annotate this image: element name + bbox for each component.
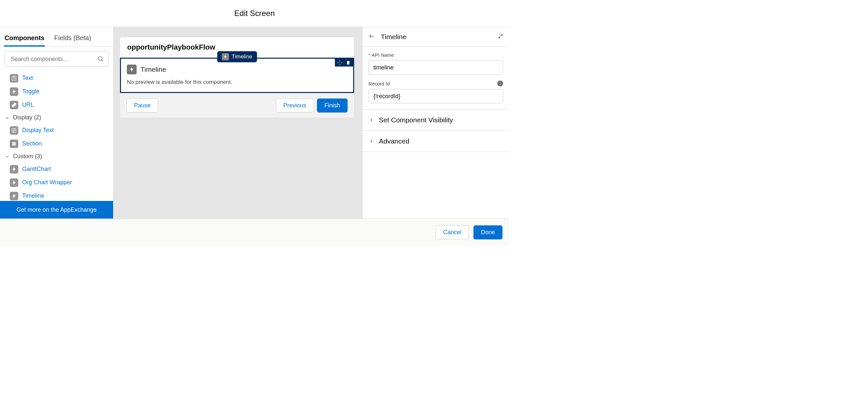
component-item-label: Toggle [22,88,39,95]
chevron-down-icon [5,115,10,120]
component-item-orgchart[interactable]: Org Chart Wrapper [0,176,113,189]
component-item-label: Timeline [22,193,44,199]
accordion-label: Set Component Visibility [379,116,453,124]
move-handle[interactable] [336,59,343,66]
appexchange-banner[interactable]: Get more on the AppExchange [0,201,113,218]
screen-footer: Pause Previous Finish [120,93,354,118]
category-display[interactable]: Display (2) [0,112,113,124]
text-chip-icon [10,74,18,83]
search-icon [97,56,104,62]
accordion-visibility[interactable]: Set Component Visibility [363,110,509,131]
record-id-label: Record Id [368,81,390,86]
properties-panel: Timeline * API Name Record Id i [362,27,509,218]
info-icon[interactable]: i [497,81,503,86]
lightning-icon [10,192,18,200]
finish-button[interactable]: Finish [317,98,348,113]
api-name-input[interactable] [368,60,503,75]
modal-footer: Cancel Done [0,218,509,246]
lightning-icon [222,53,229,60]
cancel-button[interactable]: Cancel [436,225,469,239]
component-preview-message: No preview is available for this compone… [127,79,347,85]
delete-button[interactable] [345,59,352,66]
component-item-label: GanttChart [22,166,51,173]
lightning-icon [10,87,18,96]
component-title: Timeline [141,65,166,74]
required-indicator: * [368,52,370,58]
tab-components[interactable]: Components [5,34,44,46]
svg-rect-10 [12,144,16,144]
search-input[interactable] [5,51,108,67]
main-content: Components Fields (Beta) Text Toggle [0,27,509,218]
component-list: Text Toggle URL Display (2) [0,71,113,201]
record-id-input[interactable] [368,89,503,104]
expand-button[interactable] [498,34,503,40]
component-item-toggle[interactable]: Toggle [0,85,113,98]
left-panel: Components Fields (Beta) Text Toggle [0,27,113,218]
chevron-down-icon [5,154,10,159]
lightning-icon [10,165,18,174]
previous-button[interactable]: Previous [276,98,314,113]
display-text-icon [10,126,18,135]
accordion-advanced[interactable]: Advanced [363,131,509,152]
record-id-field: Record Id i [368,81,503,104]
component-item-ganttchart[interactable]: GanttChart [0,163,113,176]
component-item-url[interactable]: URL [0,98,113,112]
component-item-label: URL [22,101,34,108]
svg-line-13 [499,36,500,38]
properties-title: Timeline [381,33,407,41]
link-icon [10,101,18,109]
lightning-icon [127,65,136,75]
component-item-text[interactable]: Text [0,71,113,85]
canvas: opportunityPlaybookFlow Timeline Timelin… [113,27,362,218]
chevron-right-icon [368,138,374,144]
section-icon [10,140,18,148]
pause-button[interactable]: Pause [126,98,158,113]
accordion-label: Advanced [379,137,409,145]
component-item-timeline[interactable]: Timeline [0,189,113,201]
modal-title: Edit Screen [234,9,275,18]
svg-point-0 [98,57,102,61]
svg-rect-11 [12,145,16,145]
back-button[interactable] [368,33,375,41]
tab-fields[interactable]: Fields (Beta) [54,34,91,46]
component-item-label: Section [22,140,42,147]
done-button[interactable]: Done [473,225,502,239]
chevron-right-icon [368,117,374,123]
modal-header: Edit Screen [0,0,509,27]
category-custom[interactable]: Custom (3) [0,150,113,163]
svg-rect-9 [12,142,16,143]
api-name-field: * API Name [368,52,503,75]
component-item-section[interactable]: Section [0,137,113,150]
api-name-label: API Name [372,52,394,58]
left-tabs: Components Fields (Beta) [0,27,113,47]
lightning-icon [10,178,18,187]
component-item-display-text[interactable]: Display Text [0,124,113,137]
selected-chip-label: Timeline [231,54,252,60]
component-item-label: Display Text [22,127,54,134]
category-label: Custom (3) [13,153,42,160]
screen-card: opportunityPlaybookFlow Timeline Timelin… [120,37,354,118]
category-label: Display (2) [13,114,41,121]
selected-component[interactable]: Timeline No preview is available for thi… [120,58,354,93]
svg-line-1 [102,60,103,61]
selected-component-chip: Timeline [217,51,257,62]
component-search[interactable] [5,51,108,67]
component-item-label: Org Chart Wrapper [22,179,72,186]
svg-line-14 [501,35,502,36]
component-item-label: Text [22,75,33,82]
component-toolbar [335,59,353,66]
